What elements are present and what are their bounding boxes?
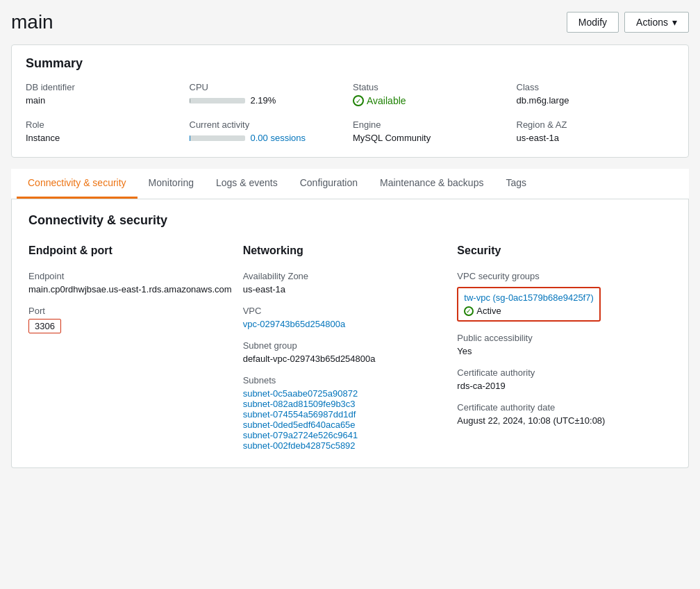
endpoint-value: main.cp0rdhwjbsae.us-east-1.rds.amazonaw… <box>28 284 243 294</box>
public-accessibility-value: Yes <box>457 346 672 356</box>
vpc-link[interactable]: vpc-029743b65d254800a <box>243 319 345 329</box>
networking-title: Networking <box>243 244 458 257</box>
engine-field: Engine MySQL Community <box>353 119 511 143</box>
engine-value: MySQL Community <box>353 133 511 143</box>
role-label: Role <box>26 119 184 130</box>
connectivity-grid: Endpoint & port Endpoint main.cp0rdhwjbs… <box>28 244 672 451</box>
db-identifier-value: main <box>26 95 184 106</box>
port-value: 3306 <box>28 319 61 333</box>
cpu-label: CPU <box>190 82 348 92</box>
actions-button[interactable]: Actions ▾ <box>624 12 689 33</box>
security-column: Security VPC security groups tw-vpc (sg-… <box>457 244 672 451</box>
summary-grid: DB identifier main CPU 2.19% Status ✓ Av… <box>26 82 674 143</box>
tab-monitoring[interactable]: Monitoring <box>138 169 205 199</box>
subnet-link-1[interactable]: subnet-0c5aabe0725a90872 <box>243 388 358 399</box>
status-value: ✓ Available <box>353 95 511 106</box>
vpc-label: VPC <box>243 306 458 316</box>
status-field: Status ✓ Available <box>353 82 511 108</box>
summary-card: Summary DB identifier main CPU 2.19% Sta… <box>11 44 689 158</box>
check-circle-icon: ✓ <box>353 95 364 106</box>
class-value: db.m6g.large <box>517 95 675 106</box>
security-title: Security <box>457 244 672 257</box>
az-label: Availability Zone <box>243 271 458 281</box>
port-box-wrapper: 3306 <box>28 319 243 333</box>
endpoint-label: Endpoint <box>28 271 243 281</box>
tab-logs[interactable]: Logs & events <box>205 169 289 199</box>
subnet-link-4[interactable]: subnet-0ded5edf640aca65e <box>243 420 356 430</box>
activity-bar-container: 0.00 sessions <box>190 133 348 143</box>
vpc-value: vpc-029743b65d254800a <box>243 319 458 329</box>
connectivity-section-title: Connectivity & security <box>28 213 672 228</box>
certificate-authority-date-value: August 22, 2024, 10:08 (UTC±10:08) <box>457 415 672 426</box>
subnet-link-3[interactable]: subnet-074554a56987dd1df <box>243 409 356 420</box>
vpc-security-box-wrapper: tw-vpc (sg-0ac1579b68e9425f7) ✓ Active <box>457 284 672 322</box>
class-field: Class db.m6g.large <box>517 82 675 108</box>
vpc-security-status: ✓ Active <box>464 306 593 316</box>
db-identifier-field: DB identifier main <box>26 82 184 108</box>
header-actions: Modify Actions ▾ <box>567 12 689 33</box>
endpoint-port-title: Endpoint & port <box>28 244 243 257</box>
tab-tags[interactable]: Tags <box>494 169 538 199</box>
region-label: Region & AZ <box>517 119 675 130</box>
subnets-list: subnet-0c5aabe0725a90872 subnet-082ad815… <box>243 388 458 451</box>
subnet-link-2[interactable]: subnet-082ad81509fe9b3c3 <box>243 399 356 409</box>
subnets-label: Subnets <box>243 375 458 385</box>
page-header: main Modify Actions ▾ <box>11 11 689 33</box>
az-value: us-east-1a <box>243 284 458 294</box>
networking-column: Networking Availability Zone us-east-1a … <box>243 244 458 451</box>
current-activity-field: Current activity 0.00 sessions <box>190 119 348 143</box>
subnet-link-6[interactable]: subnet-002fdeb42875c5892 <box>243 440 356 451</box>
db-identifier-label: DB identifier <box>26 82 184 92</box>
subnet-link-5[interactable]: subnet-079a2724e526c9641 <box>243 430 358 440</box>
cpu-bar-container: 2.19% <box>190 95 348 106</box>
active-dot-icon: ✓ <box>464 306 474 316</box>
current-activity-label: Current activity <box>190 119 348 130</box>
endpoint-port-column: Endpoint & port Endpoint main.cp0rdhwjbs… <box>28 244 243 451</box>
certificate-authority-date-label: Certificate authority date <box>457 402 672 413</box>
modify-button[interactable]: Modify <box>567 12 619 33</box>
tab-connectivity[interactable]: Connectivity & security <box>17 169 138 199</box>
activity-bar-fill <box>190 135 190 141</box>
cpu-bar-fill <box>190 98 191 103</box>
subnet-group-label: Subnet group <box>243 340 458 351</box>
role-value: Instance <box>26 133 184 143</box>
subnet-group-value: default-vpc-029743b65d254800a <box>243 354 458 364</box>
activity-bar <box>190 135 245 141</box>
certificate-authority-label: Certificate authority <box>457 367 672 378</box>
public-accessibility-label: Public accessibility <box>457 333 672 343</box>
cpu-bar <box>190 98 245 103</box>
activity-link[interactable]: 0.00 sessions <box>251 133 306 143</box>
class-label: Class <box>517 82 675 92</box>
tabs-list: Connectivity & security Monitoring Logs … <box>11 169 689 199</box>
vpc-security-box: tw-vpc (sg-0ac1579b68e9425f7) ✓ Active <box>457 287 600 322</box>
cpu-field: CPU 2.19% <box>190 82 348 108</box>
tabs-container: Connectivity & security Monitoring Logs … <box>11 169 689 199</box>
vpc-security-group-link[interactable]: tw-vpc (sg-0ac1579b68e9425f7) <box>464 292 593 303</box>
tab-maintenance[interactable]: Maintenance & backups <box>369 169 494 199</box>
page-title: main <box>11 11 53 33</box>
engine-label: Engine <box>353 119 511 130</box>
role-field: Role Instance <box>26 119 184 143</box>
status-label: Status <box>353 82 511 92</box>
certificate-authority-value: rds-ca-2019 <box>457 381 672 391</box>
region-field: Region & AZ us-east-1a <box>517 119 675 143</box>
vpc-security-groups-label: VPC security groups <box>457 271 672 281</box>
chevron-down-icon: ▾ <box>672 17 677 28</box>
port-label: Port <box>28 306 243 316</box>
tab-configuration[interactable]: Configuration <box>289 169 369 199</box>
cpu-value: 2.19% <box>251 95 276 106</box>
connectivity-content-card: Connectivity & security Endpoint & port … <box>11 199 689 468</box>
region-value: us-east-1a <box>517 133 675 143</box>
summary-title: Summary <box>26 56 674 71</box>
